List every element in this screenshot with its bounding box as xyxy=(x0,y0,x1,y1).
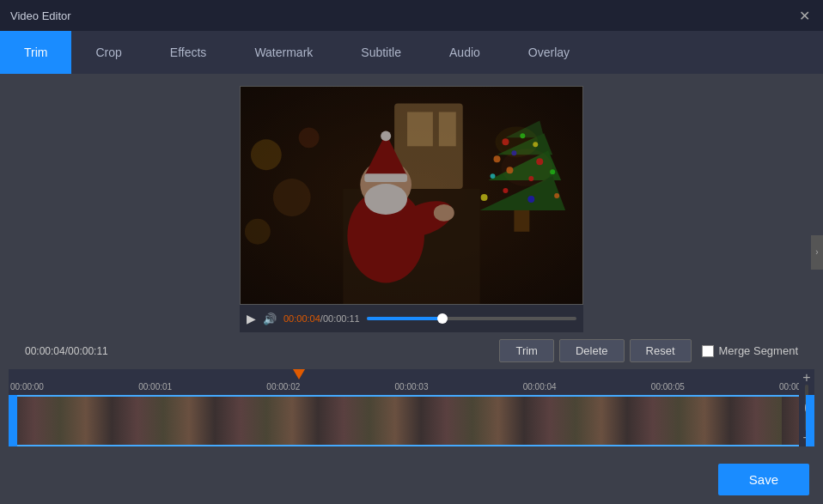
trim-handle-right[interactable] xyxy=(806,395,814,446)
svg-point-35 xyxy=(251,139,282,170)
side-expand-handle[interactable]: › xyxy=(811,235,823,270)
tab-bar: Trim Crop Effects Watermark Subtitle Aud… xyxy=(0,31,823,74)
merge-segment-control: Merge Segment xyxy=(702,344,799,357)
zoom-in-button[interactable]: + xyxy=(802,371,810,385)
play-button[interactable]: ▶ xyxy=(247,312,256,325)
progress-fill xyxy=(367,317,442,320)
reset-button[interactable]: Reset xyxy=(630,339,692,362)
playhead-marker[interactable] xyxy=(293,369,305,380)
volume-button[interactable]: 🔊 xyxy=(263,313,277,325)
ruler-label-3: 00:00:03 xyxy=(395,382,429,392)
ruler-label-1: 00:00:01 xyxy=(138,382,172,392)
tab-effects[interactable]: Effects xyxy=(146,31,231,74)
window-title: Video Editor xyxy=(10,9,71,22)
timeline-track[interactable] xyxy=(9,395,814,446)
save-button[interactable]: Save xyxy=(718,464,809,495)
ruler-labels: 00:00:00 00:00:01 00:00:02 00:00:03 00:0… xyxy=(9,382,814,392)
trim-handle-left[interactable] xyxy=(9,395,17,446)
tab-subtitle[interactable]: Subtitle xyxy=(337,31,425,74)
delete-button[interactable]: Delete xyxy=(559,339,625,362)
current-time-display: 00:00:04/00:00:11 xyxy=(283,313,360,324)
progress-handle[interactable] xyxy=(437,313,448,324)
ruler-label-4: 00:00:04 xyxy=(523,382,557,392)
tab-audio[interactable]: Audio xyxy=(425,31,504,74)
tab-watermark[interactable]: Watermark xyxy=(230,31,337,74)
ruler-label-2: 00:00:02 xyxy=(266,382,300,392)
track-border-bottom xyxy=(17,445,806,446)
svg-point-38 xyxy=(299,127,320,148)
track-frames xyxy=(9,395,814,446)
title-bar: Video Editor ✕ xyxy=(0,0,823,31)
svg-point-37 xyxy=(245,219,271,245)
video-frame xyxy=(241,87,582,304)
svg-point-36 xyxy=(273,179,311,216)
tab-crop[interactable]: Crop xyxy=(71,31,145,74)
ruler-label-0: 00:00:00 xyxy=(10,382,44,392)
merge-segment-label: Merge Segment xyxy=(719,344,799,357)
video-controls-bar: ▶ 🔊 00:00:04/00:00:11 xyxy=(240,305,583,332)
timeline-section: 00:00:00 00:00:01 00:00:02 00:00:03 00:0… xyxy=(9,369,814,446)
tab-trim[interactable]: Trim xyxy=(0,31,71,74)
trim-button[interactable]: Trim xyxy=(499,339,554,362)
progress-bar[interactable] xyxy=(367,317,576,320)
close-button[interactable]: ✕ xyxy=(796,7,813,24)
tab-overlay[interactable]: Overlay xyxy=(504,31,594,74)
main-content: ▶ 🔊 00:00:04/00:00:11 00:00:04/00:00:11 … xyxy=(0,74,823,446)
video-player[interactable] xyxy=(240,86,583,305)
footer: Save xyxy=(0,455,823,504)
trim-button-group: Trim Delete Reset xyxy=(499,339,691,362)
trim-controls-row: 00:00:04/00:00:11 Trim Delete Reset Merg… xyxy=(16,332,807,369)
track-border-top xyxy=(17,395,806,397)
merge-segment-checkbox[interactable] xyxy=(702,345,714,357)
trim-time-label: 00:00:04/00:00:11 xyxy=(25,345,489,357)
ruler-label-5: 00:00:05 xyxy=(651,382,685,392)
timeline-ruler: 00:00:00 00:00:01 00:00:02 00:00:03 00:0… xyxy=(9,369,814,395)
